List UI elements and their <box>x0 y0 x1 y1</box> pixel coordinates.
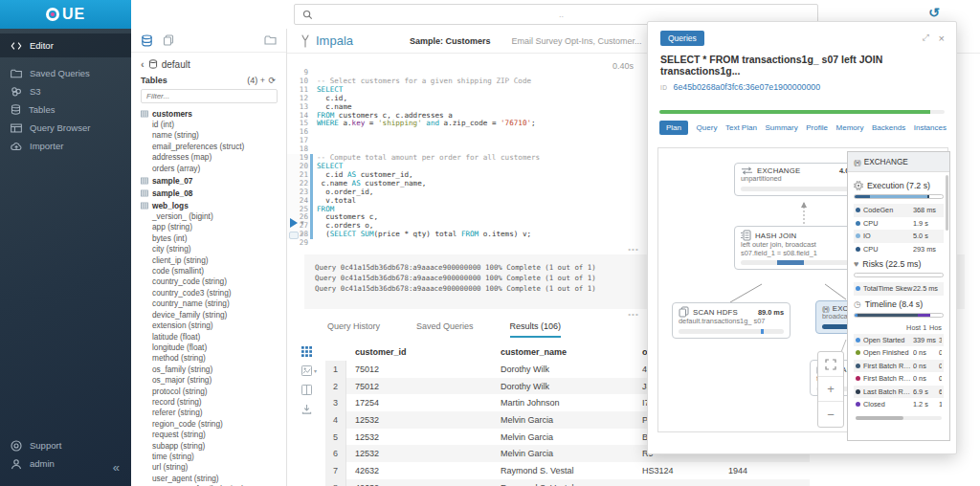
explain-button[interactable] <box>289 232 299 239</box>
column-item[interactable]: bytes (int) <box>131 233 286 244</box>
fit-to-screen-button[interactable] <box>818 352 843 377</box>
sql-source-icon[interactable] <box>141 34 153 47</box>
sidebar-item-editor[interactable]: Editor <box>0 33 131 57</box>
column-item[interactable]: code (smallint) <box>131 266 286 276</box>
refresh-tables-icon[interactable]: ⟳ <box>268 76 277 85</box>
table-cell: 75012 <box>346 364 492 374</box>
profile-tab-profile[interactable]: Profile <box>806 123 828 132</box>
column-item[interactable]: url (string) <box>131 462 286 473</box>
results-grid-icon[interactable] <box>301 346 321 357</box>
details-horizontal-scrollbar[interactable] <box>856 416 942 420</box>
collapse-sidebar-icon[interactable]: « <box>113 460 120 475</box>
column-item[interactable]: addresses (map) <box>131 152 286 163</box>
column-item[interactable]: region_code (string) <box>131 419 286 430</box>
table-filter-input[interactable] <box>141 89 278 103</box>
table-item[interactable]: sample_07 <box>131 174 286 187</box>
sidebar-item-support[interactable]: Support <box>0 436 131 454</box>
sidebar-item-s3[interactable]: S3 <box>0 82 131 100</box>
column-item[interactable]: client_ip (string) <box>131 255 286 266</box>
code-text: -- Compute total amount per order for al… <box>317 154 540 163</box>
column-item[interactable]: extension (string) <box>131 320 286 331</box>
table-row[interactable]: 742632Raymond S. VestalHS31241944 <box>325 462 810 479</box>
column-item[interactable]: device_family (string) <box>131 310 286 320</box>
profile-tab-text-plan[interactable]: Text Plan <box>725 123 757 132</box>
folder-source-icon[interactable] <box>264 34 277 46</box>
plan-node-scan-hdfs[interactable]: SCAN HDFS89.0 msdefault.transactions1g_ … <box>672 302 791 339</box>
tab-email-survey[interactable]: Email Survey Opt-Ins, Customer... <box>512 36 642 46</box>
results-tab-results-106-[interactable]: Results (106) <box>510 321 562 338</box>
query-id-link[interactable]: 6e45b0268a0f3fc6:36e07e1900000000 <box>674 82 821 92</box>
results-tab-query-history[interactable]: Query History <box>327 321 380 338</box>
timeline-section-title: ◷ Timeline (8.4 s) <box>854 299 944 309</box>
column-item[interactable]: referer (string) <box>131 408 286 418</box>
close-overlay-icon[interactable]: × <box>939 33 945 44</box>
engine-selector[interactable]: Impala <box>300 33 410 48</box>
back-chevron-icon[interactable]: ‹ <box>141 58 145 70</box>
sidebar-item-query-browser[interactable]: Query Browser <box>0 119 131 137</box>
lifebuoy-icon <box>11 440 22 452</box>
hue-logo[interactable]: UE <box>0 0 131 29</box>
add-table-icon[interactable]: + <box>260 76 266 85</box>
column-item[interactable]: orders (array) <box>131 164 286 174</box>
run-options-caret-icon[interactable]: ▾ <box>301 219 304 227</box>
profile-tab-memory[interactable]: Memory <box>836 123 864 132</box>
code-text: -- Select customers for a given shipping… <box>317 77 531 86</box>
column-item[interactable]: longitude (float) <box>131 342 286 353</box>
profile-tab-backends[interactable]: Backends <box>872 123 905 132</box>
column-item[interactable]: country_code3 (string) <box>131 288 286 298</box>
column-item[interactable]: user_agent (string) <box>131 474 286 484</box>
table-item[interactable]: customers <box>131 107 286 120</box>
sidebar-item-importer[interactable]: Importer <box>0 137 131 155</box>
details-vertical-scrollbar[interactable] <box>946 175 948 231</box>
zoom-out-button[interactable]: − <box>818 402 843 427</box>
table-cell: Melvin Garcia <box>492 449 634 458</box>
column-item[interactable]: method (string) <box>131 353 286 364</box>
table-row[interactable]: 842632Raymond S. Vestal <box>325 479 810 486</box>
column-item[interactable]: os_family (string) <box>131 364 286 375</box>
column-item[interactable]: email_preferences (struct) <box>131 142 286 152</box>
database-breadcrumb[interactable]: ‹ default <box>131 53 286 72</box>
columns-icon[interactable] <box>301 385 321 395</box>
table-name: customers <box>152 109 192 119</box>
s3-icon <box>11 86 22 97</box>
tab-sample-customers[interactable]: Sample: Customers <box>410 36 491 46</box>
sidebar-item-label: Saved Queries <box>30 68 90 78</box>
column-item[interactable]: subapp (string) <box>131 441 286 452</box>
sidebar-item-tables[interactable]: Tables <box>0 100 131 119</box>
column-item[interactable]: time (string) <box>131 452 286 462</box>
table-item[interactable]: web_logs <box>131 199 286 211</box>
column-item[interactable]: country_name (string) <box>131 298 286 309</box>
column-item[interactable]: _version_ (bigint) <box>131 211 286 222</box>
profile-tab-summary[interactable]: Summary <box>765 123 797 132</box>
queries-badge[interactable]: Queries <box>660 31 704 46</box>
profile-tab-query[interactable]: Query <box>697 123 718 132</box>
documents-source-icon[interactable] <box>163 34 174 46</box>
profile-tab-plan[interactable]: Plan <box>659 121 688 135</box>
column-item[interactable]: latitude (float) <box>131 332 286 342</box>
explain-caret-icon[interactable]: ▾ <box>301 231 304 238</box>
column-item[interactable]: request (string) <box>131 430 286 440</box>
sidebar-item-admin[interactable]: admin <box>0 454 131 473</box>
column-item[interactable]: record (string) <box>131 397 286 408</box>
column-item[interactable]: os_major (string) <box>131 375 286 386</box>
zoom-in-button[interactable]: + <box>818 377 843 402</box>
download-icon[interactable] <box>301 404 321 414</box>
expand-overlay-icon[interactable]: ⤢ <box>923 33 929 43</box>
chart-icon[interactable]: ▾ <box>301 365 321 376</box>
execution-row: IO5.0 s <box>854 230 944 243</box>
metric-label: CPU <box>863 217 913 231</box>
column-item[interactable]: name (string) <box>131 130 286 141</box>
run-query-button[interactable] <box>290 218 298 228</box>
table-item[interactable]: sample_08 <box>131 187 286 199</box>
profile-tab-instances[interactable]: Instances <box>914 123 947 132</box>
sidebar-item-saved-queries[interactable]: Saved Queries <box>0 64 131 82</box>
column-item[interactable]: country_code (string) <box>131 276 286 287</box>
column-item[interactable]: city (string) <box>131 244 286 254</box>
column-item[interactable]: id (int) <box>131 120 286 130</box>
results-tab-saved-queries[interactable]: Saved Queries <box>416 321 474 338</box>
history-icon[interactable]: ↺ <box>928 5 940 20</box>
column-item[interactable]: app (string) <box>131 222 286 232</box>
column-item[interactable]: protocol (string) <box>131 387 286 397</box>
query-statement-title: SELECT * FROM transactions1g_ s07 left J… <box>660 54 938 77</box>
metric-label: CPU <box>863 243 913 256</box>
